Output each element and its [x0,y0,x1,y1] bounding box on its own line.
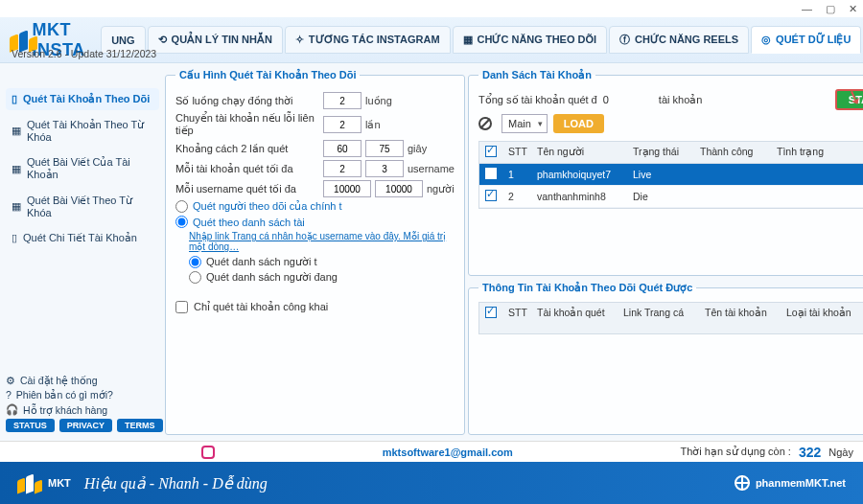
days-remaining: 322 [799,445,821,460]
accounts-table: STT Tên người Trạng thái Thành công Tình… [478,141,863,209]
table-row[interactable]: 2 vanthanhminh8 Die [479,186,863,208]
sidebar: ▯Quét Tài Khoản Theo Dõi ▦Quét Tài Khoản… [6,69,159,435]
gear-icon: ⚙ [6,375,15,386]
facebook-icon: ⓕ [619,33,630,47]
target-icon: ◎ [761,34,771,46]
blocked-icon [478,117,492,130]
suboption-followers[interactable]: Quét danh sách người t [189,256,455,268]
select-all-checkbox[interactable] [485,146,497,157]
option-own-followers[interactable]: Quét người theo dõi của chính t [175,200,455,213]
status-badge[interactable]: STATUS [6,419,55,432]
sidebar-item-quet-theo-doi[interactable]: ▯Quét Tài Khoản Theo Dõi [6,88,159,110]
grid-icon: ▦ [463,34,473,46]
sidebar-item-quet-bai-viet[interactable]: ▦Quét Bài Viết Của Tài Khoản [6,151,159,186]
support-link[interactable]: 🎧Hỗ trợ khách hàng [6,403,159,416]
star-icon: ✧ [295,34,304,46]
list-legend: Danh Sách Tài Khoản [478,69,595,81]
option-list[interactable]: Quét theo danh sách tài [175,216,455,228]
globe-icon [735,475,750,491]
tab-tuong-tac[interactable]: ✧TƯƠNG TÁC INSTAGRAM [285,26,451,54]
row-checkbox[interactable] [485,168,497,179]
sidebar-item-quet-bai-viet-tu-khoa[interactable]: ▦Quét Bài Viết Theo Từ Khóa [6,190,159,223]
results-table-header: STT Tài khoản quét Link Trang cá Tên tài… [478,302,863,334]
maximize-icon[interactable]: ▢ [826,3,835,15]
config-legend: Cấu Hình Quét Tài Khoản Theo Dõi [175,69,360,81]
minimize-icon[interactable]: ― [802,3,812,14]
grid-icon: ▦ [12,125,21,137]
tab-quan-ly-tin-nhan[interactable]: ⟲QUẢN LÝ TIN NHẮN [148,26,283,54]
config-panel: Cấu Hình Quét Tài Khoản Theo Dõi Số luồn… [165,69,465,435]
peruser-max-input[interactable] [375,180,423,197]
tab-quet-du-lieu[interactable]: ◎QUÉT DỮ LIỆU [751,26,861,54]
headset-icon: 🎧 [6,403,18,416]
public-only-checkbox[interactable]: Chỉ quét tài khoản công khai [175,293,455,313]
refresh-icon: ⟲ [158,34,167,46]
select-all-results-checkbox[interactable] [485,307,497,318]
account-list-panel: Danh Sách Tài Khoản ➘ Tổng số tài khoản … [468,69,863,276]
peracct-max-input[interactable] [365,160,404,177]
close-icon[interactable]: ✕ [849,3,857,15]
settings-link[interactable]: ⚙Cài đặt hệ thống [6,375,159,386]
sidebar-footer: ⚙Cài đặt hệ thống ?Phiên bản có gì mới? … [6,372,159,435]
privacy-badge[interactable]: PRIVACY [59,419,112,432]
footer-logo: MKT [17,473,71,493]
suboption-following[interactable]: Quét danh sách người đang [189,271,455,284]
list-icon: ▯ [12,232,17,244]
tab-chuc-nang-reels[interactable]: ⓕCHỨC NĂNG REELS [609,26,749,54]
account-select[interactable]: Main [501,114,548,133]
gap-min-input[interactable] [323,140,362,157]
row-checkbox[interactable] [485,190,497,201]
changelog-link[interactable]: ?Phiên bản có gì mới? [6,389,159,401]
input-list-link[interactable]: Nhập link Trang cá nhân hoặc username và… [189,231,455,252]
table-row[interactable]: 1 phamkhoiquyet7 Live [479,164,863,186]
status-bar: mktsoftware1@gmail.com Thời hạn sử dụng … [0,441,863,462]
terms-badge[interactable]: TERMS [117,419,163,432]
gap-max-input[interactable] [365,140,404,157]
tab-chuc-nang-theo-doi[interactable]: ▦CHỨC NĂNG THEO DÕI [453,26,608,54]
help-icon: ? [6,389,12,401]
version-label: Version 2.6 - Update 31/12/2023 [12,48,156,59]
sidebar-item-quet-tu-khoa[interactable]: ▦Quét Tài Khoản Theo Từ Khóa [6,114,159,148]
main-tabs: UNG ⟲QUẢN LÝ TIN NHẮN ✧TƯƠNG TÁC INSTAGR… [101,26,863,54]
instagram-icon [201,446,215,459]
logo-mark-icon [17,473,44,493]
retry-input[interactable] [323,116,362,133]
footer-site[interactable]: phanmemMKT.net [735,475,846,491]
results-panel: Thông Tin Tài Khoản Theo Dõi Quét Được S… [468,282,863,435]
peracct-min-input[interactable] [323,160,362,177]
app-footer: MKT Hiệu quả - Nhanh - Dễ dùng phanmemMK… [0,462,863,504]
grid-icon: ▦ [12,163,21,175]
total-count: 0 [603,94,609,105]
footer-slogan: Hiệu quả - Nhanh - Dễ dùng [84,474,268,493]
peruser-min-input[interactable] [323,180,371,197]
threads-input[interactable] [323,92,362,109]
grid-icon: ▦ [12,200,21,213]
load-button[interactable]: LOAD [553,114,604,133]
scan-icon: ▯ [12,93,17,105]
results-legend: Thông Tin Tài Khoản Theo Dõi Quét Được [478,282,696,294]
contact-email: mktsoftware1@gmail.com [383,447,513,458]
window-titlebar: ― ▢ ✕ [0,0,863,17]
sidebar-item-quet-chi-tiet[interactable]: ▯Quét Chi Tiết Tài Khoản [6,227,159,249]
